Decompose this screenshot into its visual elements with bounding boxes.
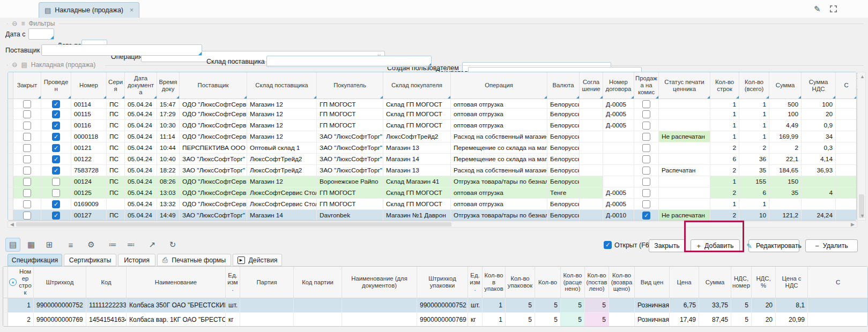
column-header[interactable]: Серия	[107, 72, 125, 99]
scroll-right-icon[interactable]: ▶	[851, 222, 855, 227]
scroll-left-icon[interactable]: ◀	[10, 222, 14, 227]
closed-checkbox[interactable]	[23, 122, 31, 130]
column-header[interactable]: Штрихкод упаковки	[417, 267, 468, 298]
commission-checkbox[interactable]	[642, 200, 650, 208]
add-button[interactable]: +Добавить	[691, 239, 740, 252]
scrollbar-thumb[interactable]	[16, 222, 451, 227]
commission-checkbox[interactable]	[642, 167, 650, 175]
column-header[interactable]: Кол-во в упаков	[483, 267, 506, 298]
close-button[interactable]: Закрыть	[649, 239, 685, 252]
column-header[interactable]: Код партии	[294, 267, 342, 298]
column-header[interactable]: Кол-во (поставлено)	[585, 267, 609, 298]
column-header[interactable]: Кол-во (расценено)	[561, 267, 585, 298]
scroll-down-icon[interactable]: ▼	[860, 214, 865, 218]
invoice-row[interactable]: ✓00122ПС05.04.2410:40ЗАО "ЛюксСофтТорг"Л…	[8, 154, 856, 165]
column-header[interactable]: Время доку	[157, 72, 180, 99]
invoice-row[interactable]: 00125ПС05.04.2413:03ОДО "ЛюксСофтСервисЛ…	[8, 187, 856, 199]
column-header[interactable]: Ед. изм.	[226, 267, 240, 298]
column-header[interactable]: Код	[86, 267, 127, 298]
column-header[interactable]: Склад покупателя	[383, 72, 451, 99]
scroll-up-icon[interactable]: ▲	[860, 74, 865, 79]
column-header[interactable]: Кол-во (возвращено)	[609, 267, 635, 298]
column-header[interactable]: Закрыт	[13, 72, 41, 99]
column-header[interactable]: Цена с НДС	[776, 267, 808, 298]
column-header[interactable]: С	[808, 267, 868, 298]
closed-checkbox[interactable]	[23, 155, 31, 163]
closed-checkbox[interactable]	[23, 178, 31, 186]
column-header[interactable]: Номер договора	[603, 72, 634, 99]
column-header[interactable]: Операция	[451, 72, 547, 99]
column-header[interactable]: Проведен	[41, 72, 71, 99]
column-header[interactable]: Кол-во упаковок	[506, 267, 535, 298]
closed-checkbox[interactable]	[23, 110, 31, 118]
delete-button[interactable]: −Удалить	[805, 239, 858, 252]
invoice-row[interactable]: ✓00114ПС05.04.2415:47ОДО "ЛюксСофтСервис…	[8, 99, 856, 109]
commission-checkbox[interactable]	[642, 133, 650, 141]
column-header[interactable]: Наименование (для документов)	[342, 267, 417, 298]
closed-checkbox[interactable]	[23, 167, 31, 175]
approved-checkbox[interactable]: ✓	[52, 144, 60, 152]
column-header[interactable]: Статус печати ценника	[659, 72, 710, 99]
column-header[interactable]: Склад поставщика	[247, 72, 317, 99]
approved-checkbox[interactable]: ✓	[52, 167, 60, 175]
spec-row[interactable]: 2990000000076914541541634Колбаса вар. 1К…	[3, 313, 867, 327]
horizontal-scrollbar[interactable]: ◀ ▶	[8, 221, 857, 228]
approved-checkbox[interactable]: ✓	[52, 100, 60, 108]
commission-checkbox[interactable]	[642, 178, 650, 186]
closed-checkbox[interactable]	[23, 189, 31, 197]
column-header[interactable]: Покупатель	[317, 72, 383, 99]
commission-checkbox[interactable]	[642, 189, 650, 197]
tab-actions[interactable]: ▶Действия	[233, 254, 282, 266]
vertical-scrollbar[interactable]: ▲ ▼	[857, 72, 866, 221]
closed-checkbox[interactable]	[23, 133, 31, 141]
column-header[interactable]: Сумма НДС	[802, 72, 836, 99]
collapse-icon[interactable]: ⊖	[12, 61, 17, 69]
approved-checkbox[interactable]	[52, 178, 60, 186]
approved-checkbox[interactable]: ✓	[52, 110, 60, 118]
spec-row[interactable]: 1990000000075211111222233Колбаса 350Г ОА…	[3, 298, 867, 313]
column-header[interactable]: Дата документа	[125, 72, 157, 99]
tab-close-icon[interactable]: ×	[130, 6, 133, 14]
invoice-row[interactable]: ✓00121ПС05.04.2410:44ПЕРСПЕКТИВА ООООпто…	[8, 142, 856, 154]
commission-checkbox[interactable]	[642, 122, 650, 130]
expand-icon[interactable]	[829, 5, 837, 13]
column-header[interactable]: Кол-во	[535, 267, 561, 298]
collapse-icon[interactable]: ⊖	[12, 20, 17, 27]
invoice-row[interactable]: ✓016900905.04.2413:32ОДО "ЛюксСофтСервис…	[8, 199, 856, 210]
filter-input[interactable]	[41, 44, 202, 56]
approved-checkbox[interactable]: ✓	[52, 122, 60, 130]
closed-checkbox[interactable]	[23, 100, 31, 108]
commission-checkbox[interactable]	[642, 100, 650, 108]
closed-checkbox[interactable]	[23, 144, 31, 152]
invoice-row[interactable]: ✓00127ПС05.04.2414:49ЗАО "ЛюксСофтТорг"М…	[8, 210, 856, 221]
column-header[interactable]: Соглашение	[580, 72, 603, 99]
column-header[interactable]: ▴Номер строк	[8, 267, 34, 298]
commission-checkbox[interactable]	[642, 144, 650, 152]
tab-history[interactable]: История	[118, 254, 155, 266]
column-header[interactable]: Штрихкод	[34, 267, 86, 298]
column-header[interactable]: С	[836, 72, 857, 99]
column-header[interactable]: Сумма	[699, 267, 731, 298]
invoice-row[interactable]: ✓00116ПС05.04.2410:30ОДО "ЛюксСофтСервис…	[8, 120, 856, 131]
column-header[interactable]: Партия	[240, 267, 294, 298]
column-header[interactable]: Кол-во строк	[710, 72, 739, 99]
edit-icon[interactable]: ✎	[814, 4, 821, 14]
closed-checkbox[interactable]	[23, 212, 31, 220]
column-header[interactable]: Поставщик	[180, 72, 247, 99]
tab-print-forms[interactable]: ⎙Печатные формы	[157, 254, 231, 266]
filter-lines-icon[interactable]: ≡	[21, 20, 25, 27]
invoice-row[interactable]: 00124ПС05.04.2408:26ОДО "ЛюксСофтСервисМ…	[8, 176, 856, 187]
tab-certificates[interactable]: Сертификаты	[64, 254, 116, 266]
column-header[interactable]: Сумма	[769, 72, 802, 99]
invoice-row[interactable]: ✓0000118ПС05.04.2411:14ОДО "ЛюксСофтСерв…	[8, 131, 856, 142]
column-header[interactable]: Цена	[670, 267, 699, 298]
approved-checkbox[interactable]: ✓	[52, 212, 60, 220]
tab-invoices-sale[interactable]: ▤ Накладные (продажа) ×	[39, 2, 139, 18]
column-header[interactable]: Номер	[71, 72, 107, 99]
commission-checkbox[interactable]: ✓	[642, 212, 650, 220]
commission-checkbox[interactable]	[642, 155, 650, 163]
column-header[interactable]: Валюта	[547, 72, 580, 99]
column-header[interactable]: Ед. изм.	[468, 267, 483, 298]
filter-input[interactable]	[28, 28, 54, 40]
approved-checkbox[interactable]	[52, 189, 60, 197]
